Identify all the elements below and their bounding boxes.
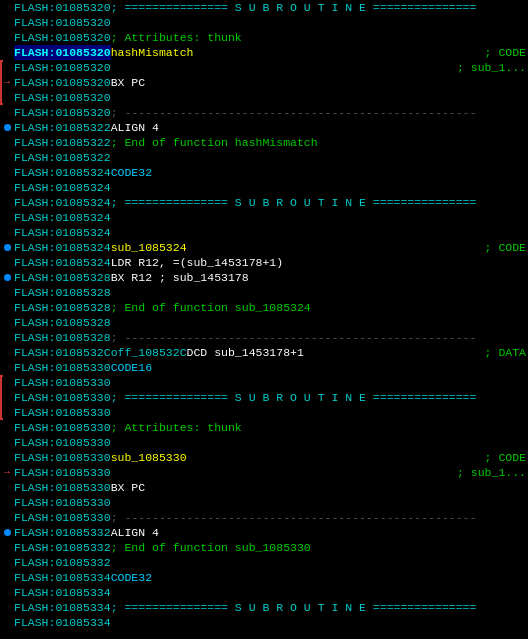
code-line-37: FLASH:01085332 ; End of function sub_108… [0,540,528,555]
instr-33: BX PC [111,480,146,495]
sep-35: ; --------------------------------------… [111,510,477,525]
addr-28: FLASH:01085330 [14,405,111,420]
code-line-39: FLASH:01085334 CODE32 [0,570,528,585]
marker-13 [0,180,14,195]
addr-11: FLASH:01085322 [14,150,111,165]
marker-25 [0,360,14,375]
code-line-29: FLASH:01085330 ; Attributes: thunk [0,420,528,435]
disassembly-view: FLASH:01085320 ; =============== S U B R… [0,0,528,639]
marker-20 [0,285,14,300]
code32-39: CODE32 [111,570,152,585]
right-17: ; CODE [485,240,526,255]
code-line-12: FLASH:01085324 CODE32 [0,165,528,180]
sep-14: ; =============== S U B R O U T I N E ==… [111,195,477,210]
addr-12: FLASH:01085324 [14,165,111,180]
addr-39: FLASH:01085334 [14,570,111,585]
marker-12 [0,165,14,180]
code-line-15: FLASH:01085324 [0,210,528,225]
arrow-icon-6: → [4,75,10,90]
addr-5: FLASH:01085320 [14,60,111,75]
label-4: hashMismatch [111,45,194,60]
marker-16 [0,225,14,240]
instr-9: ALIGN 4 [111,120,159,135]
content-29: ; Attributes: thunk [111,420,242,435]
addr-35: FLASH:01085330 [14,510,111,525]
marker-32: → [0,465,14,480]
marker-17 [0,240,14,255]
code-line-17: FLASH:01085324 sub_1085324 ; CODE [0,240,528,255]
marker-24 [0,345,14,360]
code-line-16: FLASH:01085324 [0,225,528,240]
addr-34: FLASH:01085330 [14,495,111,510]
marker-2 [0,15,14,30]
code-line-38: FLASH:01085332 [0,555,528,570]
off-label-24: off_108532C [111,345,187,360]
addr-3: FLASH:01085320 [14,30,111,45]
sub-label-17: sub_1085324 [111,240,187,255]
instr-36: ALIGN 4 [111,525,159,540]
content-3: ; Attributes: thunk [111,30,242,45]
code-line-19: FLASH:01085328 BX R12 ; sub_1453178 [0,270,528,285]
instr-18: LDR R12, =(sub_1453178+1) [111,255,284,270]
code-line-23: FLASH:01085328 ; -----------------------… [0,330,528,345]
marker-36 [0,525,14,540]
addr-7: FLASH:01085320 [14,90,111,105]
addr-41: FLASH:01085334 [14,600,111,615]
addr-30: FLASH:01085330 [14,435,111,450]
addr-19: FLASH:01085328 [14,270,111,285]
code-line-14: FLASH:01085324 ; =============== S U B R… [0,195,528,210]
marker-37 [0,540,14,555]
code-line-31: FLASH:01085330 sub_1085330 ; CODE [0,450,528,465]
code-line-35: FLASH:01085330 ; -----------------------… [0,510,528,525]
code-line-10: FLASH:01085322 ; End of function hashMis… [0,135,528,150]
marker-35 [0,510,14,525]
code-line-32: → FLASH:01085330 ; sub_1... [0,465,528,480]
breakpoint-dot-36 [4,529,11,536]
addr-36: FLASH:01085332 [14,525,111,540]
content-21: ; End of function sub_1085324 [111,300,311,315]
code-line-18: FLASH:01085324 LDR R12, =(sub_1453178+1) [0,255,528,270]
code-line-6: → FLASH:01085320 BX PC [0,75,528,90]
code-line-13: FLASH:01085324 [0,180,528,195]
marker-9 [0,120,14,135]
right-24: ; DATA [485,345,526,360]
code-line-40: FLASH:01085334 [0,585,528,600]
addr-6: FLASH:01085320 [14,75,111,90]
addr-24: FLASH:0108532C [14,345,111,360]
addr-37: FLASH:01085332 [14,540,111,555]
bracket-left-2 [0,375,3,420]
marker-22 [0,315,14,330]
code-line-3: FLASH:01085320 ; Attributes: thunk [0,30,528,45]
marker-33 [0,480,14,495]
sep-27: ; =============== S U B R O U T I N E ==… [111,390,477,405]
code-line-4: FLASH:01085320 hashMismatch ; CODE [0,45,528,60]
code-line-28: FLASH:01085330 [0,405,528,420]
marker-15 [0,210,14,225]
right-comment-4: ; CODE [485,45,528,60]
code-line-26: FLASH:01085330 [0,375,528,390]
marker-38 [0,555,14,570]
code-line-27: FLASH:01085330 ; =============== S U B R… [0,390,528,405]
addr-18: FLASH:01085324 [14,255,111,270]
addr-highlight-4: FLASH:01085320 [14,45,111,60]
right-comment-5: ; sub_1... [457,60,526,75]
instr-6: BX PC [111,75,146,90]
code-line-36: FLASH:01085332 ALIGN 4 [0,525,528,540]
addr-32: FLASH:01085330 [14,465,111,480]
sep-8: ; --------------------------------------… [111,105,477,120]
marker-11 [0,150,14,165]
code-line-25: FLASH:01085330 CODE16 [0,360,528,375]
code-line-42: FLASH:01085334 [0,615,528,630]
marker-40 [0,585,14,600]
content-1: ; =============== S U B R O U T I N E ==… [111,0,477,15]
addr-21: FLASH:01085328 [14,300,111,315]
addr-42: FLASH:01085334 [14,615,111,630]
marker-10 [0,135,14,150]
addr-38: FLASH:01085332 [14,555,111,570]
right-31: ; CODE [485,450,526,465]
addr-15: FLASH:01085324 [14,210,111,225]
sub-label-31: sub_1085330 [111,450,187,465]
marker-4 [0,45,14,60]
code-line-34: FLASH:01085330 [0,495,528,510]
sep-41: ; =============== S U B R O U T I N E ==… [111,600,477,615]
